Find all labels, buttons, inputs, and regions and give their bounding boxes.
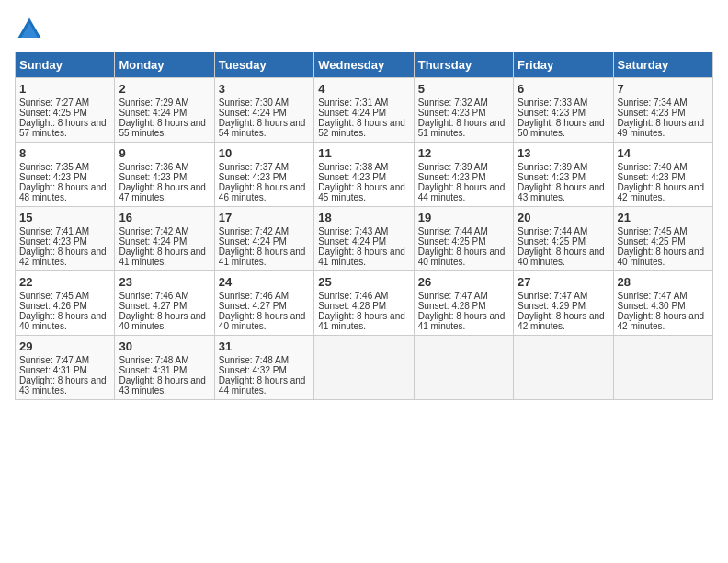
sunrise-text: Sunrise: 7:29 AM [119,98,210,108]
calendar-cell: 27Sunrise: 7:47 AMSunset: 4:29 PMDayligh… [514,271,613,336]
daylight-text: Daylight: 8 hours and 49 minutes. [618,118,709,138]
daylight-text: Daylight: 8 hours and 57 minutes. [19,118,110,138]
day-number: 3 [219,82,310,96]
sunset-text: Sunset: 4:26 PM [19,301,110,311]
day-number: 20 [518,211,609,224]
sunset-text: Sunset: 4:24 PM [318,108,409,118]
daylight-text: Daylight: 8 hours and 41 minutes. [219,247,310,267]
sunset-text: Sunset: 4:27 PM [219,301,310,311]
calendar-cell: 13Sunrise: 7:39 AMSunset: 4:23 PMDayligh… [514,143,613,207]
day-number: 17 [219,211,310,224]
calendar-cell: 17Sunrise: 7:42 AMSunset: 4:24 PMDayligh… [214,207,313,271]
calendar-cell: 2Sunrise: 7:29 AMSunset: 4:24 PMDaylight… [115,78,214,143]
sunrise-text: Sunrise: 7:46 AM [318,291,409,301]
sunset-text: Sunset: 4:25 PM [418,236,509,247]
header-thursday: Thursday [414,52,513,78]
calendar-cell: 23Sunrise: 7:46 AMSunset: 4:27 PMDayligh… [115,271,214,336]
sunrise-text: Sunrise: 7:36 AM [119,162,210,172]
day-number: 16 [119,211,210,224]
daylight-text: Daylight: 8 hours and 47 minutes. [119,182,210,202]
sunset-text: Sunset: 4:23 PM [418,172,509,182]
daylight-text: Daylight: 8 hours and 40 minutes. [418,247,509,267]
daylight-text: Daylight: 8 hours and 40 minutes. [219,311,310,331]
calendar-cell: 16Sunrise: 7:42 AMSunset: 4:24 PMDayligh… [115,207,214,271]
sunrise-text: Sunrise: 7:48 AM [119,355,210,365]
daylight-text: Daylight: 8 hours and 40 minutes. [19,311,110,331]
sunrise-text: Sunrise: 7:45 AM [19,291,110,301]
day-number: 11 [318,146,409,160]
sunrise-text: Sunrise: 7:47 AM [19,355,110,365]
daylight-text: Daylight: 8 hours and 41 minutes. [318,247,409,267]
day-number: 28 [618,275,709,289]
calendar-cell: 28Sunrise: 7:47 AMSunset: 4:30 PMDayligh… [613,271,712,336]
sunrise-text: Sunrise: 7:46 AM [119,291,210,301]
day-number: 27 [518,275,609,289]
sunset-text: Sunset: 4:23 PM [318,172,409,182]
calendar-cell: 22Sunrise: 7:45 AMSunset: 4:26 PMDayligh… [16,271,115,336]
day-number: 1 [19,82,110,96]
sunset-text: Sunset: 4:25 PM [618,236,709,247]
sunset-text: Sunset: 4:23 PM [618,108,709,118]
calendar-body: 1Sunrise: 7:27 AMSunset: 4:25 PMDaylight… [16,78,713,400]
day-number: 23 [119,275,210,289]
sunset-text: Sunset: 4:31 PM [119,365,210,375]
header-saturday: Saturday [613,52,712,78]
header-friday: Friday [514,52,613,78]
sunset-text: Sunset: 4:24 PM [119,236,210,247]
daylight-text: Daylight: 8 hours and 41 minutes. [318,311,409,331]
daylight-text: Daylight: 8 hours and 46 minutes. [219,182,310,202]
day-number: 4 [318,82,409,96]
day-number: 19 [418,211,509,224]
daylight-text: Daylight: 8 hours and 40 minutes. [119,311,210,331]
page-header [15,15,713,44]
calendar-week-row: 8Sunrise: 7:35 AMSunset: 4:23 PMDaylight… [16,143,713,207]
calendar-cell: 1Sunrise: 7:27 AMSunset: 4:25 PMDaylight… [16,78,115,143]
daylight-text: Daylight: 8 hours and 45 minutes. [318,182,409,202]
calendar-week-row: 29Sunrise: 7:47 AMSunset: 4:31 PMDayligh… [16,336,713,400]
daylight-text: Daylight: 8 hours and 42 minutes. [618,311,709,331]
daylight-text: Daylight: 8 hours and 48 minutes. [19,182,110,202]
logo [15,15,48,44]
sunset-text: Sunset: 4:24 PM [219,236,310,247]
calendar-cell: 26Sunrise: 7:47 AMSunset: 4:28 PMDayligh… [414,271,513,336]
daylight-text: Daylight: 8 hours and 43 minutes. [19,375,110,396]
sunset-text: Sunset: 4:28 PM [318,301,409,311]
daylight-text: Daylight: 8 hours and 52 minutes. [318,118,409,138]
calendar-cell: 3Sunrise: 7:30 AMSunset: 4:24 PMDaylight… [214,78,313,143]
sunrise-text: Sunrise: 7:32 AM [418,98,509,108]
sunrise-text: Sunrise: 7:41 AM [19,226,110,236]
day-number: 13 [518,146,609,160]
day-number: 25 [318,275,409,289]
sunrise-text: Sunrise: 7:48 AM [219,355,310,365]
day-number: 2 [119,82,210,96]
day-number: 30 [119,339,210,353]
sunset-text: Sunset: 4:23 PM [518,172,609,182]
day-number: 21 [618,211,709,224]
sunrise-text: Sunrise: 7:27 AM [19,98,110,108]
calendar-cell [314,336,414,400]
sunrise-text: Sunrise: 7:47 AM [418,291,509,301]
calendar-cell: 21Sunrise: 7:45 AMSunset: 4:25 PMDayligh… [613,207,712,271]
sunset-text: Sunset: 4:23 PM [19,236,110,247]
day-number: 5 [418,82,509,96]
daylight-text: Daylight: 8 hours and 42 minutes. [518,311,609,331]
calendar-cell: 30Sunrise: 7:48 AMSunset: 4:31 PMDayligh… [115,336,214,400]
calendar-cell: 12Sunrise: 7:39 AMSunset: 4:23 PMDayligh… [414,143,513,207]
sunrise-text: Sunrise: 7:45 AM [618,226,709,236]
daylight-text: Daylight: 8 hours and 54 minutes. [219,118,310,138]
calendar-cell: 8Sunrise: 7:35 AMSunset: 4:23 PMDaylight… [16,143,115,207]
day-number: 26 [418,275,509,289]
sunrise-text: Sunrise: 7:43 AM [318,226,409,236]
sunset-text: Sunset: 4:23 PM [19,172,110,182]
calendar-cell: 15Sunrise: 7:41 AMSunset: 4:23 PMDayligh… [16,207,115,271]
calendar-week-row: 15Sunrise: 7:41 AMSunset: 4:23 PMDayligh… [16,207,713,271]
daylight-text: Daylight: 8 hours and 41 minutes. [418,311,509,331]
daylight-text: Daylight: 8 hours and 40 minutes. [618,247,709,267]
calendar-cell: 31Sunrise: 7:48 AMSunset: 4:32 PMDayligh… [214,336,313,400]
calendar-cell: 19Sunrise: 7:44 AMSunset: 4:25 PMDayligh… [414,207,513,271]
sunset-text: Sunset: 4:32 PM [219,365,310,375]
header-monday: Monday [115,52,214,78]
sunset-text: Sunset: 4:25 PM [518,236,609,247]
sunset-text: Sunset: 4:31 PM [19,365,110,375]
day-number: 6 [518,82,609,96]
